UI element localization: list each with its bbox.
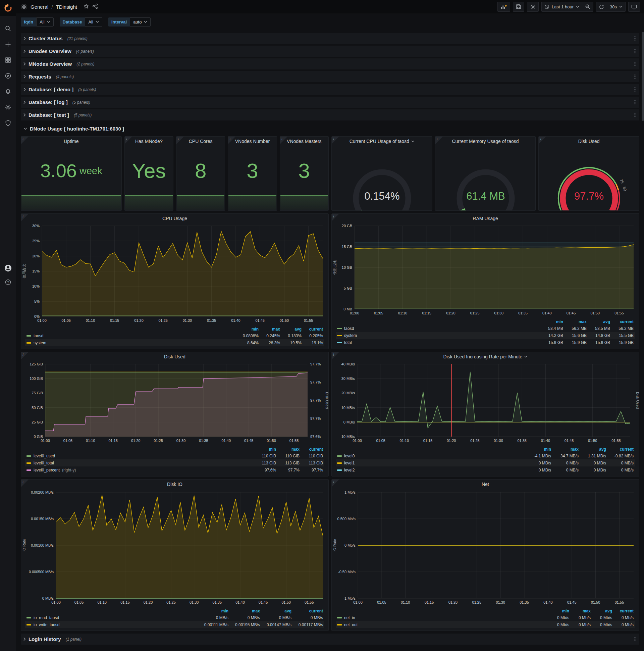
legend-series-toggle[interactable]: taosd	[34, 334, 43, 338]
series-color-swatch[interactable]	[27, 469, 31, 471]
series-color-swatch[interactable]	[337, 469, 342, 471]
ram-usage-plot[interactable]: 01:0001:0501:1001:1501:2001:2501:3001:35…	[332, 223, 639, 318]
series-color-swatch[interactable]	[337, 455, 342, 457]
row-drag-handle[interactable]	[634, 100, 637, 105]
search-icon[interactable]	[4, 25, 12, 32]
panel-title[interactable]: Disk IO	[21, 479, 328, 489]
collapsed-row-0[interactable]: Cluster Status(21 panels)	[21, 33, 639, 44]
configuration-gear-icon[interactable]	[4, 104, 12, 111]
disk-used-gauge[interactable]: 075809510097.7%	[539, 145, 639, 210]
variable-database-value[interactable]: All	[85, 18, 102, 27]
panel-title[interactable]: Current Memory Usage of taosd	[436, 136, 536, 146]
star-icon[interactable]	[84, 4, 89, 10]
explore-compass-icon[interactable]	[4, 72, 12, 80]
create-plus-icon[interactable]	[4, 41, 12, 48]
cycle-view-mode-button[interactable]	[628, 2, 640, 12]
series-color-swatch[interactable]	[337, 335, 342, 336]
legend-series-toggle[interactable]: io_write_taosd	[34, 622, 59, 627]
panel-info-icon[interactable]: i	[21, 352, 29, 360]
legend-series-toggle[interactable]: level0_total	[34, 461, 54, 465]
row-drag-handle[interactable]	[634, 49, 637, 54]
disk-used-plot[interactable]: 01:0001:0501:1001:1501:2001:2501:3001:35…	[21, 362, 328, 446]
panel-info-icon[interactable]: i	[176, 136, 184, 144]
panel-info-icon[interactable]: i	[332, 214, 339, 221]
panel-info-icon[interactable]: i	[332, 479, 339, 487]
alerting-bell-icon[interactable]	[4, 88, 12, 95]
panel-info-icon[interactable]: i	[280, 136, 287, 144]
legend-series-toggle[interactable]: system	[34, 341, 46, 345]
row-drag-handle[interactable]	[634, 36, 637, 41]
series-color-swatch[interactable]	[27, 462, 31, 464]
variable-fqdn-value[interactable]: All	[36, 18, 53, 27]
row-drag-handle[interactable]	[634, 87, 637, 92]
zoom-out-time-button[interactable]	[582, 2, 593, 12]
row-login-history[interactable]: Login History (1 panel)	[21, 633, 639, 645]
series-color-swatch[interactable]	[27, 342, 31, 344]
panel-info-icon[interactable]: i	[21, 479, 29, 487]
refresh-button[interactable]	[596, 2, 607, 12]
collapsed-row-6[interactable]: Database: [ test ](5 panels)	[21, 110, 639, 121]
panel-title[interactable]: Net	[332, 479, 639, 489]
panel-info-icon[interactable]: i	[436, 136, 443, 144]
panel-info-icon[interactable]: i	[539, 136, 546, 144]
series-color-swatch[interactable]	[337, 328, 342, 329]
series-color-swatch[interactable]	[27, 617, 31, 618]
row-drag-handle[interactable]	[634, 74, 637, 79]
panel-info-icon[interactable]: i	[332, 136, 339, 144]
dashboard-settings-button[interactable]	[527, 2, 539, 12]
row-dnode-usage[interactable]: DNode Usage [ huolinhe-TM1701:6030 ]	[21, 122, 639, 135]
breadcrumb-folder[interactable]: General	[31, 4, 48, 10]
series-color-swatch[interactable]	[27, 335, 31, 337]
legend-series-toggle[interactable]: level0_percent	[34, 468, 60, 472]
panel-title[interactable]: Current CPU Usage of taosd	[332, 136, 432, 146]
legend-series-toggle[interactable]: level0_used	[34, 454, 55, 458]
server-admin-shield-icon[interactable]	[4, 120, 12, 127]
dashboard-title[interactable]: TDinsight	[56, 4, 77, 10]
disk-io-plot[interactable]: 01:0001:0501:1001:1501:2001:2501:3001:35…	[21, 489, 328, 608]
panel-title[interactable]: Disk Used	[21, 352, 328, 362]
legend-series-toggle[interactable]: system	[344, 333, 357, 338]
panel-title[interactable]: Uptime	[21, 136, 121, 146]
panel-info-icon[interactable]: i	[125, 136, 132, 144]
row-drag-handle[interactable]	[634, 637, 637, 642]
collapsed-row-1[interactable]: DNodes Overview(4 panels)	[21, 45, 639, 57]
help-icon[interactable]: ?	[4, 279, 12, 286]
series-color-swatch[interactable]	[337, 462, 342, 464]
panel-info-icon[interactable]: i	[21, 136, 29, 144]
series-color-swatch[interactable]	[27, 455, 31, 457]
collapsed-row-5[interactable]: Database: [ log ](5 panels)	[21, 97, 639, 108]
cpu-gauge[interactable]: 01000.154%	[332, 145, 432, 210]
panel-title[interactable]: Disk Used	[539, 136, 639, 146]
time-range-picker[interactable]: Last 1 hour	[541, 2, 582, 12]
refresh-interval-dropdown[interactable]: 30s	[607, 2, 625, 12]
cpu-usage-plot[interactable]: 01:0001:0501:1001:1501:2001:2501:3001:35…	[21, 223, 328, 326]
panel-info-icon[interactable]: i	[228, 136, 235, 144]
collapsed-row-3[interactable]: Requests(4 panels)	[21, 71, 639, 82]
panel-info-icon[interactable]: i	[332, 352, 339, 360]
legend-series-toggle[interactable]: level2	[344, 468, 355, 472]
series-color-swatch[interactable]	[337, 617, 342, 618]
panel-info-icon[interactable]: i	[21, 214, 29, 221]
panel-title[interactable]: Disk Used Increasing Rate per Minute	[332, 352, 639, 362]
legend-series-toggle[interactable]: net_in	[344, 615, 355, 620]
grafana-logo[interactable]	[0, 0, 16, 16]
legend-series-toggle[interactable]: level0	[344, 454, 355, 458]
panel-title[interactable]: CPU Usage	[21, 214, 328, 223]
share-icon[interactable]	[92, 3, 98, 10]
add-panel-button[interactable]	[497, 2, 510, 12]
legend-series-toggle[interactable]: net_out	[344, 622, 358, 627]
collapsed-row-4[interactable]: Database: [ demo ](5 panels)	[21, 84, 639, 95]
net-plot[interactable]: 01:0001:0501:1001:1501:2001:2501:3001:35…	[332, 489, 639, 608]
legend-series-toggle[interactable]: total	[344, 340, 352, 345]
row-drag-handle[interactable]	[634, 61, 637, 66]
dashboards-icon[interactable]	[4, 56, 12, 64]
series-color-swatch[interactable]	[27, 624, 31, 625]
row-drag-handle[interactable]	[634, 113, 637, 118]
series-color-swatch[interactable]	[337, 624, 342, 625]
user-avatar[interactable]	[4, 265, 12, 272]
variable-interval-value[interactable]: auto	[130, 18, 151, 27]
save-dashboard-button[interactable]	[513, 2, 524, 12]
disk-rate-plot[interactable]: 01:0001:0501:1001:1501:2001:2501:3001:35…	[332, 362, 639, 446]
legend-series-toggle[interactable]: io_read_taosd	[34, 615, 59, 620]
collapsed-row-2[interactable]: MNodes Overview(2 panels)	[21, 58, 639, 69]
